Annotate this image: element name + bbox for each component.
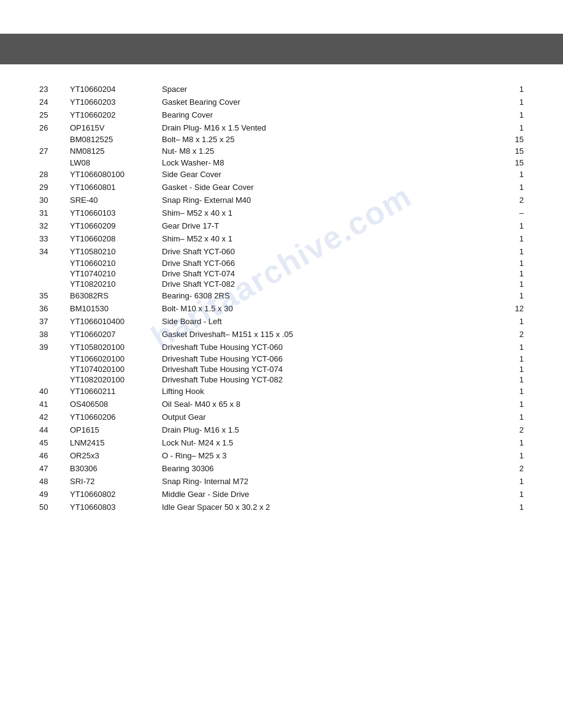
- part-description: Driveshaft Tube Housing YCT-066: [159, 354, 502, 364]
- row-number: 31: [37, 207, 67, 219]
- header-bar: [0, 34, 563, 64]
- row-number: 24: [37, 96, 67, 108]
- table-row: 34YT10580210Drive Shaft YCT-0601: [37, 245, 526, 258]
- table-row: YT1074020100Driveshaft Tube Housing YCT-…: [37, 364, 526, 374]
- table-row: 45LNM2415Lock Nut- M24 x 1.51: [37, 436, 526, 449]
- table-row: YT10660210Drive Shaft YCT-0661: [37, 258, 526, 268]
- part-quantity: 1: [502, 96, 526, 108]
- part-number: B63082RS: [67, 289, 159, 302]
- part-number: YT1066080100: [67, 168, 159, 181]
- part-description: Drain Plug- M16 x 1.5: [159, 423, 502, 436]
- part-number: YT10660202: [67, 108, 159, 121]
- row-number: 40: [37, 385, 67, 398]
- table-row: 37YT1066010400Side Board - Left1: [37, 315, 526, 328]
- part-description: Gear Drive 17-T: [159, 219, 502, 232]
- row-number: 34: [37, 245, 67, 258]
- part-quantity: 1: [502, 219, 526, 232]
- part-quantity: 1: [502, 232, 526, 245]
- part-description: Middle Gear - Side Drive: [159, 488, 502, 501]
- part-quantity: 15: [502, 157, 526, 168]
- row-number: [37, 268, 67, 279]
- part-description: Gasket Driveshaft– M151 x 115 x .05: [159, 328, 502, 341]
- part-quantity: 1: [502, 245, 526, 258]
- part-quantity: 2: [502, 194, 526, 207]
- table-row: YT1066020100Driveshaft Tube Housing YCT-…: [37, 354, 526, 364]
- row-number: 42: [37, 411, 67, 423]
- part-description: Idle Gear Spacer 50 x 30.2 x 2: [159, 501, 502, 514]
- row-number: [37, 258, 67, 268]
- row-number: 50: [37, 501, 67, 514]
- table-row: YT10820210Drive Shaft YCT-0821: [37, 279, 526, 289]
- part-description: Bolt– M8 x 1.25 x 25: [159, 134, 502, 145]
- row-number: [37, 279, 67, 289]
- part-quantity: 15: [502, 134, 526, 145]
- row-number: 29: [37, 181, 67, 194]
- row-number: 37: [37, 315, 67, 328]
- row-number: 44: [37, 423, 67, 436]
- part-description: Output Gear: [159, 411, 502, 423]
- table-row: 48SRI-72Snap Ring- Internal M721: [37, 475, 526, 488]
- part-number: YT10660204: [67, 83, 159, 96]
- part-number: YT10660208: [67, 232, 159, 245]
- part-quantity: 1: [502, 108, 526, 121]
- table-row: 29YT10660801Gasket - Side Gear Cover1: [37, 181, 526, 194]
- part-number: YT10660103: [67, 207, 159, 219]
- part-description: Lock Washer- M8: [159, 157, 502, 168]
- page: TAR RIVER IMPLEMENTS haritaarchive.com 2…: [0, 34, 563, 728]
- row-number: 36: [37, 302, 67, 315]
- table-row: 46OR25x3O - Ring– M25 x 31: [37, 449, 526, 462]
- part-number: YT10660207: [67, 328, 159, 341]
- part-number: BM0812525: [67, 134, 159, 145]
- table-row: 49YT10660802Middle Gear - Side Drive1: [37, 488, 526, 501]
- part-description: Bolt- M10 x 1.5 x 30: [159, 302, 502, 315]
- table-row: 38YT10660207Gasket Driveshaft– M151 x 11…: [37, 328, 526, 341]
- table-row: 47B30306Bearing 303062: [37, 462, 526, 475]
- part-number: LW08: [67, 157, 159, 168]
- part-description: Drive Shaft YCT-074: [159, 268, 502, 279]
- part-quantity: 1: [502, 436, 526, 449]
- table-row: 36BM101530Bolt- M10 x 1.5 x 3012: [37, 302, 526, 315]
- part-description: Drive Shaft YCT-060: [159, 245, 502, 258]
- row-number: 23: [37, 83, 67, 96]
- part-number: NM08125: [67, 145, 159, 157]
- table-row: 33YT10660208Shim– M52 x 40 x 11: [37, 232, 526, 245]
- part-number: YT10660210: [67, 258, 159, 268]
- part-quantity: 1: [502, 501, 526, 514]
- table-row: 40YT10660211Lifting Hook1: [37, 385, 526, 398]
- table-row: 50YT10660803Idle Gear Spacer 50 x 30.2 x…: [37, 501, 526, 514]
- part-description: Driveshaft Tube Housing YCT-082: [159, 374, 502, 385]
- part-quantity: 1: [502, 364, 526, 374]
- part-quantity: 1: [502, 374, 526, 385]
- part-quantity: 15: [502, 145, 526, 157]
- part-number: YT10660803: [67, 501, 159, 514]
- part-quantity: 1: [502, 268, 526, 279]
- part-number: YT1082020100: [67, 374, 159, 385]
- part-number: SRE-40: [67, 194, 159, 207]
- part-quantity: 2: [502, 328, 526, 341]
- part-quantity: 1: [502, 181, 526, 194]
- part-description: Side Board - Left: [159, 315, 502, 328]
- part-description: Gasket - Side Gear Cover: [159, 181, 502, 194]
- table-row: 31YT10660103Shim– M52 x 40 x 1–: [37, 207, 526, 219]
- part-description: Drive Shaft YCT-082: [159, 279, 502, 289]
- part-number: B30306: [67, 462, 159, 475]
- row-number: 25: [37, 108, 67, 121]
- part-description: Oil Seal- M40 x 65 x 8: [159, 398, 502, 411]
- table-row: YT10740210Drive Shaft YCT-0741: [37, 268, 526, 279]
- part-number: OP1615V: [67, 121, 159, 134]
- row-number: [37, 157, 67, 168]
- row-number: [37, 364, 67, 374]
- part-description: Shim– M52 x 40 x 1: [159, 232, 502, 245]
- part-number: YT1058020100: [67, 341, 159, 354]
- part-description: Drain Plug- M16 x 1.5 Vented: [159, 121, 502, 134]
- part-quantity: 1: [502, 168, 526, 181]
- part-quantity: 2: [502, 423, 526, 436]
- part-number: YT1066020100: [67, 354, 159, 364]
- table-row: 25YT10660202Bearing Cover1: [37, 108, 526, 121]
- table-row: BM0812525Bolt– M8 x 1.25 x 2515: [37, 134, 526, 145]
- table-row: 32YT10660209Gear Drive 17-T1: [37, 219, 526, 232]
- part-quantity: 1: [502, 449, 526, 462]
- part-number: OR25x3: [67, 449, 159, 462]
- table-row: YT1082020100Driveshaft Tube Housing YCT-…: [37, 374, 526, 385]
- row-number: [37, 374, 67, 385]
